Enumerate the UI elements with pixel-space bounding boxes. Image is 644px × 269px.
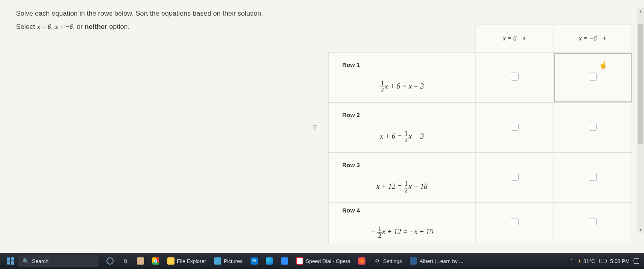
- firefox-icon: [358, 257, 365, 265]
- taskbar-search[interactable]: 🔍 Search: [18, 255, 98, 267]
- taskbar-zoom[interactable]: [277, 255, 292, 267]
- clock[interactable]: 5:08 PM: [610, 258, 630, 264]
- equation-cell: Row 4 − 12x + 12 = −x + 15: [329, 203, 476, 243]
- frac-den: 2: [380, 87, 385, 93]
- albert-icon: [410, 257, 417, 265]
- vertical-scrollbar[interactable]: ▴ ▾: [637, 8, 644, 233]
- taskbar-label: Albert | Learn by ...: [419, 258, 463, 264]
- tray-chevron-icon[interactable]: ˄: [570, 258, 573, 264]
- opera-icon: [296, 257, 303, 265]
- opt-neither: neither: [84, 23, 107, 30]
- table-row: ⠿ Row 2 x + 6 = 12x + 3: [329, 103, 632, 153]
- checkbox[interactable]: [589, 173, 597, 181]
- frac-den: 2: [377, 233, 382, 239]
- answer-cell-x6[interactable]: [475, 203, 554, 243]
- checkbox[interactable]: [589, 218, 597, 226]
- taskbar-chrome[interactable]: [148, 255, 163, 267]
- notifications-icon[interactable]: [634, 258, 639, 264]
- weather-widget[interactable]: ☀31°C: [577, 258, 595, 264]
- header-x-equals-6[interactable]: x = 6: [475, 24, 554, 53]
- header-blank: [329, 24, 476, 53]
- checkbox[interactable]: [589, 123, 597, 131]
- frac-den: 2: [404, 137, 409, 144]
- checkbox[interactable]: [511, 218, 519, 226]
- equation-cell: Row 3 x + 12 = 12x + 18: [329, 153, 476, 203]
- scroll-down-icon[interactable]: ▾: [637, 227, 644, 232]
- table-row: Row 1 12x + 6 = x − 3 ☝: [329, 53, 632, 103]
- frac-num: 1: [377, 226, 382, 233]
- sort-icon[interactable]: [602, 36, 606, 40]
- checkbox[interactable]: [589, 73, 597, 81]
- checkbox[interactable]: [511, 173, 519, 181]
- equation: − 12x + 12 = −x + 15: [334, 226, 470, 239]
- search-icon: 🔍: [22, 258, 29, 264]
- header-x-equals-neg6[interactable]: x = −6: [554, 24, 632, 53]
- eq-pre: x + 6 =: [380, 132, 404, 140]
- sun-icon: ☀: [577, 258, 582, 264]
- sep2: , or: [73, 23, 84, 30]
- edge-icon: [266, 257, 273, 265]
- row-label: Row 3: [334, 162, 470, 180]
- task-view-icon: ⧉: [122, 257, 129, 265]
- header-xneg6-label: x = −6: [579, 35, 597, 42]
- taskbar-settings[interactable]: ⚙Settings: [369, 255, 406, 267]
- weather-temp: 31°C: [584, 258, 595, 264]
- system-tray[interactable]: ˄ ☀31°C 5:08 PM: [570, 258, 642, 264]
- sort-icon[interactable]: [522, 36, 526, 40]
- answer-cell-x6[interactable]: [475, 53, 554, 103]
- answer-cell-xneg6[interactable]: [554, 153, 632, 203]
- taskbar-mail[interactable]: ✉: [247, 255, 262, 267]
- checkbox[interactable]: [511, 123, 519, 131]
- taskbar: 🔍 Search ⧉ File Explorer Pictures ✉ Spee…: [0, 253, 644, 269]
- opt-xneg6: x = −6: [55, 23, 73, 30]
- task-view-button[interactable]: ⧉: [118, 255, 133, 267]
- row-label: Row 4: [334, 207, 470, 226]
- frac-num: 1: [404, 130, 409, 137]
- scroll-up-icon[interactable]: ▴: [637, 9, 644, 13]
- zoom-icon: [281, 257, 288, 265]
- post: option.: [107, 23, 130, 30]
- taskbar-firefox[interactable]: [354, 255, 369, 267]
- header-x6-label: x = 6: [503, 35, 516, 42]
- answer-cell-xneg6[interactable]: ☝: [554, 53, 632, 103]
- taskbar-edge[interactable]: [262, 255, 277, 267]
- opt-x6: x = 6: [37, 23, 51, 30]
- taskbar-file-explorer[interactable]: File Explorer: [163, 255, 210, 267]
- chrome-icon: [152, 257, 159, 265]
- cursor-icon: ☝: [599, 61, 608, 69]
- answer-cell-x6[interactable]: [475, 153, 554, 203]
- cortana-icon[interactable]: [102, 255, 118, 267]
- app-icon: [137, 257, 144, 265]
- equation: 12x + 6 = x − 3: [334, 80, 470, 93]
- taskbar-app[interactable]: [133, 255, 148, 267]
- eq-pre: x + 12 =: [377, 182, 404, 190]
- eq-post: x + 12 = −x + 15: [382, 228, 433, 236]
- equation: x + 6 = 12x + 3: [334, 130, 470, 144]
- row-label: Row 2: [334, 111, 470, 130]
- battery-icon[interactable]: [599, 259, 606, 263]
- gear-icon: ⚙: [373, 257, 381, 265]
- taskbar-albert[interactable]: Albert | Learn by ...: [406, 255, 467, 267]
- instruction-line-1: Solve each equation in the rows below. S…: [16, 8, 628, 20]
- taskbar-opera[interactable]: Speed Dial - Opera: [292, 255, 354, 267]
- eq-post: x + 3: [409, 132, 424, 140]
- select-pre: Select: [16, 23, 37, 30]
- row-label: Row 1: [334, 61, 470, 80]
- answer-cell-xneg6[interactable]: [554, 203, 632, 243]
- equation-cell: Row 1 12x + 6 = x − 3: [329, 53, 476, 103]
- scroll-thumb[interactable]: [638, 24, 643, 144]
- drag-handle-icon[interactable]: ⠿: [313, 124, 318, 131]
- search-placeholder: Search: [32, 258, 48, 264]
- frac-num: 1: [380, 80, 385, 87]
- answer-cell-x6[interactable]: [475, 103, 554, 153]
- taskbar-pictures[interactable]: Pictures: [210, 255, 247, 267]
- frac-den: 2: [404, 187, 409, 194]
- answer-cell-xneg6[interactable]: [554, 103, 632, 153]
- start-button[interactable]: [2, 255, 18, 267]
- table-row: Row 4 − 12x + 12 = −x + 15: [329, 203, 632, 243]
- equation-cell: ⠿ Row 2 x + 6 = 12x + 3: [329, 103, 476, 153]
- taskbar-label: Settings: [383, 258, 402, 264]
- checkbox[interactable]: [511, 73, 519, 81]
- eq-rest: x + 6 = x − 3: [385, 82, 424, 90]
- eq-post: x + 18: [409, 182, 427, 190]
